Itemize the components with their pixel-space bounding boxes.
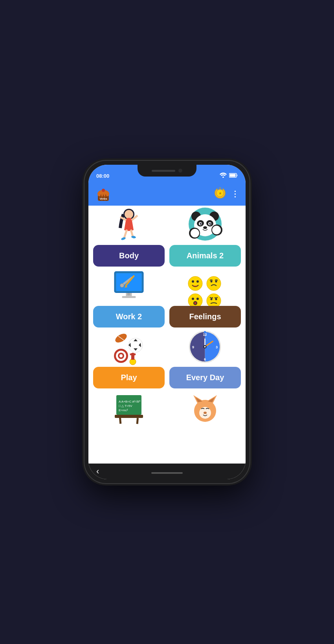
achievement-icon[interactable]: ★ <box>214 187 226 201</box>
work2-label: Work 2 <box>93 306 165 328</box>
svg-point-62 <box>211 298 213 300</box>
svg-text:Verbs: Verbs <box>99 197 107 200</box>
app-logo[interactable]: Verbs <box>95 185 112 202</box>
animals2-image-area <box>169 210 241 246</box>
work2-image-area <box>93 271 165 307</box>
svg-rect-90 <box>115 415 143 418</box>
header-right: ★ ⋮ <box>214 187 239 201</box>
svg-rect-2 <box>230 174 236 177</box>
card-school[interactable]: A A+B=C A²√B⁸ □ △ T=5V E=mc² <box>93 393 165 425</box>
svg-point-33 <box>201 223 202 224</box>
card-animal3[interactable] <box>169 393 241 425</box>
svg-text:□  △  T=5V: □ △ T=5V <box>119 404 132 408</box>
home-indicator <box>151 472 183 474</box>
svg-point-52 <box>196 280 199 283</box>
feelings-image-area <box>169 271 241 307</box>
svg-point-58 <box>196 298 199 300</box>
card-play[interactable]: Play <box>93 332 165 388</box>
card-feelings[interactable]: Feelings <box>169 271 241 328</box>
card-animals2[interactable]: Animals 2 <box>169 210 241 267</box>
svg-point-49 <box>127 293 130 295</box>
card-body[interactable]: Body <box>93 210 165 267</box>
body-image-area <box>93 210 165 246</box>
bottom-nav: ‹ <box>88 464 246 479</box>
svg-point-102 <box>204 412 207 414</box>
battery-icon <box>229 173 238 179</box>
svg-point-57 <box>192 298 194 300</box>
svg-point-53 <box>207 276 221 291</box>
svg-point-87 <box>204 346 206 348</box>
svg-line-18 <box>131 230 133 237</box>
body-label: Body <box>93 245 165 267</box>
svg-text:E=mc²: E=mc² <box>119 408 128 412</box>
card-everyday[interactable]: 12 3 6 9 <box>169 332 241 388</box>
app-header: Verbs ★ <box>88 182 246 206</box>
svg-text:3: 3 <box>216 345 218 349</box>
svg-rect-94 <box>119 418 121 424</box>
play-label: Play <box>93 367 165 388</box>
svg-point-74 <box>119 354 123 357</box>
everyday-label: Every Day <box>169 367 241 388</box>
svg-point-39 <box>212 226 221 234</box>
svg-point-0 <box>222 177 224 178</box>
svg-point-32 <box>209 223 211 225</box>
svg-point-35 <box>203 226 207 229</box>
svg-point-54 <box>211 281 213 283</box>
svg-point-88 <box>204 331 206 333</box>
card-work2[interactable]: Work 2 <box>93 271 165 328</box>
svg-point-50 <box>188 276 202 291</box>
svg-text:9: 9 <box>192 345 194 349</box>
main-content: Body <box>88 206 246 428</box>
svg-text:6: 6 <box>204 357 206 361</box>
notch <box>138 165 196 177</box>
animals2-label: Animals 2 <box>169 245 241 267</box>
everyday-image-area: 12 3 6 9 <box>169 332 241 368</box>
status-icons <box>220 173 238 179</box>
svg-text:★: ★ <box>218 191 222 195</box>
svg-point-31 <box>200 223 202 225</box>
svg-line-17 <box>124 230 127 238</box>
back-button[interactable]: ‹ <box>96 466 99 477</box>
svg-point-63 <box>215 298 217 300</box>
svg-point-16 <box>125 210 133 219</box>
svg-point-44 <box>120 283 124 287</box>
status-time: 08:00 <box>96 173 109 179</box>
school-image-area: A A+B=C A²√B⁸ □ △ T=5V E=mc² <box>93 393 165 425</box>
speaker <box>152 170 175 172</box>
partial-grid: A A+B=C A²√B⁸ □ △ T=5V E=mc² <box>93 393 241 425</box>
svg-point-10 <box>102 189 105 192</box>
category-grid: Body <box>93 210 241 388</box>
front-camera <box>178 169 182 173</box>
svg-point-55 <box>215 281 217 283</box>
wifi-icon <box>220 173 227 179</box>
scroll-area: Body <box>88 206 246 464</box>
svg-point-60 <box>194 302 196 304</box>
bottom-spacer <box>93 425 241 428</box>
svg-point-37 <box>191 229 199 237</box>
svg-rect-95 <box>136 418 139 424</box>
svg-point-51 <box>192 280 194 283</box>
svg-point-34 <box>210 223 211 224</box>
feelings-label: Feelings <box>169 306 241 328</box>
animal3-image-area <box>169 393 241 425</box>
svg-rect-48 <box>122 296 136 298</box>
more-menu-icon[interactable]: ⋮ <box>231 189 239 199</box>
play-image-area <box>93 332 165 368</box>
svg-text:A  A+B=C  A²√B⁸: A A+B=C A²√B⁸ <box>119 400 140 403</box>
